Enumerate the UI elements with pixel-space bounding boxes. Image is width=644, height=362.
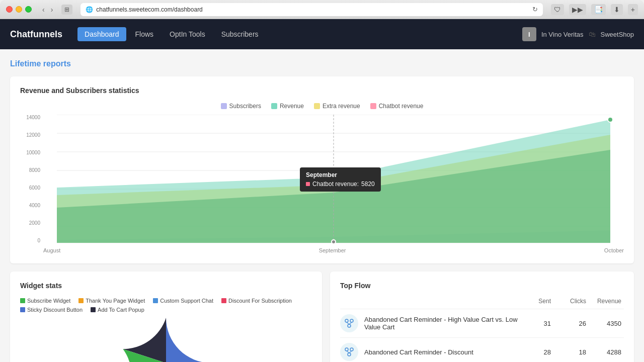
forward-button[interactable]: › — [48, 5, 56, 15]
pie-legend-discount: Discount For Subscription — [221, 298, 292, 304]
september-dot-top — [331, 175, 336, 180]
col-sent: Sent — [518, 298, 553, 305]
flow-icon-svg-2 — [344, 346, 355, 357]
app: Chatfunnels Dashboard Flows OptIn Tools … — [0, 19, 644, 362]
legend-dot-chatbot-revenue — [370, 103, 376, 109]
flow-clicks-2: 18 — [553, 348, 589, 356]
legend-dot-revenue — [271, 103, 277, 109]
legend-chatbot-revenue: Chatbot revenue — [370, 103, 424, 110]
col-clicks: Clicks — [553, 298, 589, 305]
flow-name-1: Abandoned Cart Reminder - High Value Car… — [364, 316, 518, 331]
x-label-october: October — [604, 247, 624, 253]
legend-extra-revenue: Extra revenue — [314, 103, 360, 110]
pie-segment-sticky — [166, 318, 211, 362]
pie-label-sticky: Sticky Discount Button — [27, 307, 83, 313]
user-avatar: I — [522, 27, 536, 41]
pie-label-thankyou: Thank You Page Widget — [86, 298, 145, 304]
svg-point-8 — [345, 319, 348, 322]
globe-icon: 🌐 — [86, 6, 93, 13]
plus-icon[interactable]: + — [628, 4, 638, 15]
brand-logo: Chatfunnels — [10, 29, 62, 40]
x-label-september: September — [319, 247, 346, 253]
title-bar: ‹ › ⊞ 🌐 chatfunnels.sweetecom.com/dashbo… — [0, 0, 644, 19]
tab-view-button[interactable]: ⊞ — [61, 5, 72, 15]
svg-line-17 — [349, 351, 352, 353]
end-dot — [608, 117, 613, 122]
address-bar: 🌐 chatfunnels.sweetecom.com/dashboard ↻ — [80, 3, 542, 16]
legend-dot-subscribers — [221, 103, 227, 109]
shield-icon[interactable]: 🛡 — [551, 4, 564, 15]
nav-arrows: ‹ › — [40, 5, 55, 15]
svg-line-11 — [347, 322, 349, 324]
flow-revenue-2: 4288 — [589, 348, 624, 356]
flow-clicks-1: 26 — [553, 320, 589, 327]
svg-point-14 — [350, 348, 353, 351]
chart-svg — [43, 115, 624, 245]
pie-legend-sticky: Sticky Discount Button — [20, 307, 83, 313]
maximize-button[interactable] — [25, 6, 32, 13]
flow-icon-1 — [340, 314, 358, 332]
legend-revenue: Revenue — [271, 103, 304, 110]
bookmark-icon[interactable]: 📑 — [591, 4, 606, 15]
flow-icon-2 — [340, 343, 358, 361]
page-title: Lifetime reports — [10, 59, 634, 68]
chart-title: Revenue and Subscribers statistics — [20, 86, 624, 95]
top-flow-header: Sent Clicks Revenue — [340, 298, 624, 305]
table-row: Abandoned Cart Reminder - Discount 28 18… — [340, 337, 624, 362]
pie-label-support: Custom Support Chat — [160, 298, 213, 304]
top-flow-title: Top Flow — [340, 282, 624, 290]
pie-legend-support: Custom Support Chat — [153, 298, 213, 304]
traffic-lights — [6, 6, 32, 13]
y-axis-labels: 14000 12000 10000 8000 6000 4000 2000 0 — [20, 115, 43, 253]
x-label-august: August — [43, 247, 60, 253]
widget-stats-title: Widget stats — [20, 282, 312, 290]
svg-point-9 — [350, 319, 353, 322]
navbar: Chatfunnels Dashboard Flows OptIn Tools … — [0, 19, 644, 49]
flow-sent-1: 31 — [518, 320, 553, 327]
nav-item-optin-tools[interactable]: OptIn Tools — [163, 27, 212, 41]
nav-item-dashboard[interactable]: Dashboard — [77, 27, 126, 41]
legend-label-revenue: Revenue — [280, 103, 304, 110]
widget-stats-card: Widget stats Subscribe Widget Thank You … — [10, 272, 322, 362]
flow-icon-svg-1 — [344, 318, 355, 329]
close-button[interactable] — [6, 6, 13, 13]
nav-items: Dashboard Flows OptIn Tools Subscribers — [77, 27, 266, 41]
pie-label-addtocart: Add To Cart Popup — [98, 307, 144, 313]
legend-label-chatbot-revenue: Chatbot revenue — [379, 103, 424, 110]
nav-item-subscribers[interactable]: Subscribers — [214, 27, 266, 41]
table-row: Abandoned Cart Reminder - High Value Car… — [340, 309, 624, 337]
nav-right: I In Vino Veritas 🛍 SweetShop — [522, 27, 634, 41]
svg-point-15 — [348, 353, 351, 356]
svg-line-12 — [349, 322, 352, 324]
x-axis-labels: August September October — [43, 245, 624, 253]
flow-revenue-1: 4350 — [589, 320, 624, 327]
refresh-button[interactable]: ↻ — [532, 6, 538, 13]
flow-sent-2: 28 — [518, 348, 553, 356]
svg-line-16 — [347, 351, 349, 353]
col-revenue: Revenue — [589, 298, 624, 305]
widget-legend: Subscribe Widget Thank You Page Widget C… — [20, 298, 312, 313]
user-name: In Vino Veritas — [541, 31, 584, 38]
svg-point-10 — [348, 324, 351, 327]
pie-label-subscribe: Subscribe Widget — [27, 298, 70, 304]
store-name: SweetShop — [601, 31, 634, 38]
url-text: chatfunnels.sweetecom.com/dashboard — [96, 6, 202, 13]
download-icon[interactable]: ⬇ — [611, 4, 623, 15]
pie-chart-svg — [121, 318, 211, 362]
back-button[interactable]: ‹ — [40, 5, 47, 15]
bottom-row: Widget stats Subscribe Widget Thank You … — [10, 272, 634, 362]
legend-subscribers: Subscribers — [221, 103, 261, 110]
september-dot-bottom — [332, 240, 336, 244]
content-area: Lifetime reports Revenue and Subscribers… — [0, 49, 644, 362]
pie-legend-subscribe: Subscribe Widget — [20, 298, 70, 304]
legend-label-subscribers: Subscribers — [229, 103, 261, 110]
legend-dot-extra-revenue — [314, 103, 320, 109]
chart-legend: Subscribers Revenue Extra revenue Chatbo… — [20, 103, 624, 110]
legend-label-extra-revenue: Extra revenue — [323, 103, 360, 110]
nav-item-flows[interactable]: Flows — [128, 27, 161, 41]
play-icon[interactable]: ▶▶ — [569, 4, 586, 15]
pie-legend-thankyou: Thank You Page Widget — [78, 298, 145, 304]
revenue-chart-card: Revenue and Subscribers statistics Subsc… — [10, 76, 634, 263]
pie-chart-container — [20, 318, 312, 362]
minimize-button[interactable] — [16, 6, 22, 13]
